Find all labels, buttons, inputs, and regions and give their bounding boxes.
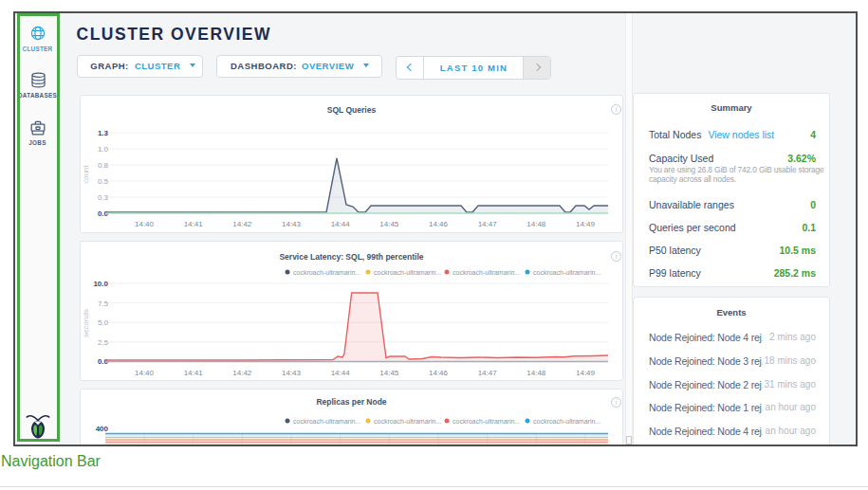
svg-text:cockroach-ultramarin...: cockroach-ultramarin... bbox=[374, 418, 441, 425]
svg-text:14:40: 14:40 bbox=[135, 220, 155, 228]
svg-text:14:46: 14:46 bbox=[429, 220, 449, 228]
svg-text:0.8: 0.8 bbox=[98, 161, 109, 170]
svg-text:0.3: 0.3 bbox=[98, 193, 109, 202]
svg-text:10.0: 10.0 bbox=[93, 280, 108, 288]
svg-text:14:47: 14:47 bbox=[478, 369, 498, 377]
svg-text:14:49: 14:49 bbox=[576, 220, 596, 228]
svg-text:cockroach-ultramarin...: cockroach-ultramarin... bbox=[533, 418, 600, 425]
svg-text:seconds: seconds bbox=[82, 309, 90, 337]
svg-text:14:49: 14:49 bbox=[576, 369, 596, 377]
svg-text:cockroach-ultramarin...: cockroach-ultramarin... bbox=[293, 269, 360, 276]
svg-text:14:44: 14:44 bbox=[331, 369, 351, 377]
svg-text:2.5: 2.5 bbox=[98, 338, 109, 347]
svg-text:400: 400 bbox=[96, 425, 109, 433]
svg-text:14:47: 14:47 bbox=[478, 220, 498, 228]
svg-text:1.3: 1.3 bbox=[98, 129, 109, 137]
svg-text:1.0: 1.0 bbox=[98, 145, 109, 154]
svg-text:14:44: 14:44 bbox=[331, 220, 351, 228]
svg-text:14:45: 14:45 bbox=[379, 220, 399, 228]
svg-text:14:42: 14:42 bbox=[232, 369, 252, 377]
svg-text:14:46: 14:46 bbox=[429, 369, 449, 377]
svg-text:count: count bbox=[82, 164, 90, 183]
svg-text:cockroach-ultramarin...: cockroach-ultramarin... bbox=[452, 269, 520, 276]
svg-text:14:45: 14:45 bbox=[379, 369, 399, 377]
svg-text:14:41: 14:41 bbox=[184, 220, 204, 228]
svg-text:cockroach-ultramarin...: cockroach-ultramarin... bbox=[293, 418, 360, 425]
svg-text:14:43: 14:43 bbox=[282, 220, 302, 228]
svg-text:14:48: 14:48 bbox=[526, 369, 546, 377]
svg-text:14:40: 14:40 bbox=[135, 369, 155, 377]
svg-text:cockroach-ultramarin...: cockroach-ultramarin... bbox=[374, 269, 441, 276]
svg-text:14:43: 14:43 bbox=[282, 369, 302, 377]
svg-text:14:41: 14:41 bbox=[184, 369, 204, 377]
svg-text:5.0: 5.0 bbox=[98, 318, 109, 327]
svg-text:0.5: 0.5 bbox=[98, 177, 109, 186]
svg-text:cockroach-ultramarin...: cockroach-ultramarin... bbox=[533, 269, 600, 276]
svg-text:14:48: 14:48 bbox=[526, 220, 546, 228]
svg-text:7.5: 7.5 bbox=[98, 299, 109, 308]
svg-text:14:42: 14:42 bbox=[232, 220, 252, 228]
svg-text:cockroach-ultramarin...: cockroach-ultramarin... bbox=[452, 418, 520, 425]
